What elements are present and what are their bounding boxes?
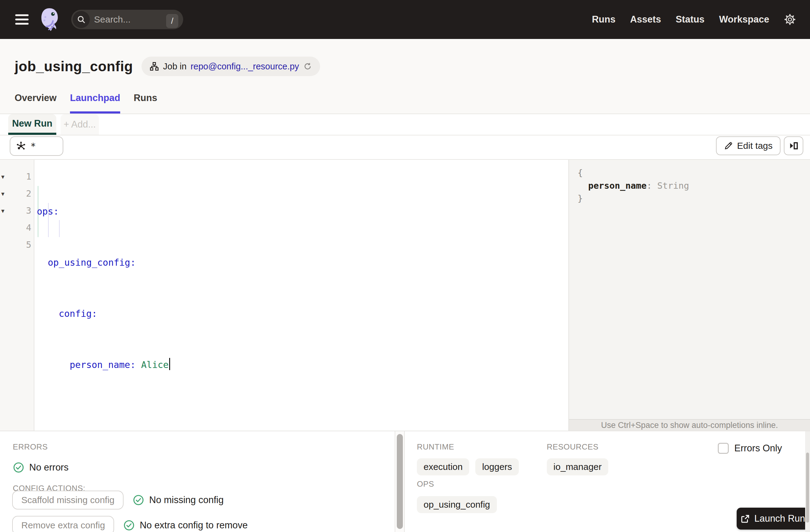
nav-link-workspace[interactable]: Workspace [719, 14, 769, 25]
line-number: 5 [26, 240, 31, 250]
line-number: 2 [26, 188, 31, 199]
navbar-links: Runs Assets Status Workspace [592, 13, 810, 26]
resources-label: RESOURCES [547, 442, 608, 452]
line-number: 3 [26, 206, 31, 216]
bottom-pane: ERRORS No errors CONFIG ACTIONS: Scaffol… [0, 431, 810, 532]
context-scrollbar[interactable] [805, 431, 810, 532]
launch-run-label: Launch Run [754, 513, 805, 524]
page-header: job_using_config Job in repo@config..._r… [0, 39, 810, 114]
runtime-group: RUNTIME execution loggers [417, 442, 519, 475]
runtime-pill-execution[interactable]: execution [417, 458, 469, 475]
check-circle-icon [13, 462, 25, 473]
runtime-label: RUNTIME [417, 442, 519, 452]
code-line[interactable]: person_name: Alice [37, 356, 170, 373]
launch-run-button[interactable]: Launch Run [737, 507, 809, 530]
search-shortcut-badge: / [166, 14, 178, 28]
errors-only-checkbox[interactable] [718, 443, 729, 454]
code-line[interactable]: config: [37, 305, 170, 322]
autocomplete-hint: Use Ctrl+Space to show auto-completions … [601, 421, 778, 430]
ops-group: OPS op_using_config [417, 479, 497, 513]
line-number: 4 [26, 223, 31, 233]
resources-group: RESOURCES io_manager [547, 442, 608, 475]
resource-pill-io-manager[interactable]: io_manager [547, 458, 608, 475]
errors-only-label: Errors Only [734, 443, 782, 454]
config-action-row: Scaffold missing config No missing confi… [12, 490, 224, 510]
code-line[interactable] [37, 407, 170, 424]
errors-section: ERRORS No errors CONFIG ACTIONS: Scaffol… [0, 431, 395, 532]
tab-runs[interactable]: Runs [133, 93, 157, 114]
nav-link-status[interactable]: Status [676, 14, 704, 25]
add-config-tab-button[interactable]: + Add... [61, 114, 99, 135]
expand-panel-button[interactable] [784, 136, 803, 155]
check-circle-icon [123, 519, 135, 531]
launch-icon [741, 514, 750, 523]
runtime-pill-loggers[interactable]: loggers [475, 458, 518, 475]
op-selector-value: * [30, 141, 36, 151]
op-pill-op-using-config[interactable]: op_using_config [417, 496, 497, 513]
config-action-row: Remove extra config No extra config to r… [12, 516, 248, 532]
editor-gutter: ▾ 1 ▾ 2 ▾ 3 4 5 [0, 160, 34, 431]
errors-scrollbar[interactable] [395, 431, 405, 532]
launchpad-toolbar: * Edit tags [0, 136, 810, 160]
no-extra-config-status: No extra config to remove [123, 519, 248, 531]
yaml-code[interactable]: ops: op_using_config: config: person_nam… [37, 169, 170, 459]
dagster-launchpad-page: / Runs Assets Status Workspace job_using… [0, 0, 810, 532]
nav-link-runs[interactable]: Runs [592, 14, 616, 25]
config-tab-new-run[interactable]: New Run [8, 114, 56, 135]
repo-link[interactable]: repo@config..._resource.py [191, 62, 299, 71]
scaffold-missing-config-button[interactable]: Scaffold missing config [12, 490, 124, 510]
config-editor[interactable]: ▾ 1 ▾ 2 ▾ 3 4 5 ops: op_using_config: [0, 160, 568, 431]
page-title: job_using_config [15, 58, 133, 75]
dagster-logo [37, 7, 61, 32]
fold-arrow-icon[interactable]: ▾ [1, 190, 4, 197]
remove-extra-config-button[interactable]: Remove extra config [12, 516, 114, 532]
gear-icon[interactable] [784, 13, 796, 26]
edit-tags-button[interactable]: Edit tags [716, 136, 780, 155]
global-search[interactable]: / [71, 10, 183, 29]
line-number: 1 [26, 171, 31, 182]
op-selector-input[interactable]: * [10, 136, 63, 156]
autocomplete-hint-band: Use Ctrl+Space to show auto-completions … [569, 419, 810, 431]
job-graph-icon [149, 62, 159, 71]
config-schema-panel: { person_name: String } Use Ctrl+Space t… [568, 160, 810, 431]
code-line[interactable]: op_using_config: [37, 254, 170, 271]
scrollbar-thumb[interactable] [806, 453, 809, 522]
fold-arrow-icon[interactable]: ▾ [1, 207, 4, 214]
errors-only-toggle[interactable]: Errors Only [718, 443, 782, 454]
run-context-section: RUNTIME execution loggers RESOURCES io_m… [405, 431, 810, 532]
code-line[interactable]: ops: [37, 203, 170, 220]
schema-text: { person_name: String } [578, 166, 689, 205]
ops-label: OPS [417, 479, 497, 489]
no-missing-config-status: No missing config [133, 494, 224, 506]
no-errors-status: No errors [13, 462, 68, 473]
nav-link-assets[interactable]: Assets [630, 14, 661, 25]
tab-launchpad[interactable]: Launchpad [70, 93, 120, 114]
job-location-badge: Job in repo@config..._resource.py [142, 57, 320, 76]
search-input[interactable] [94, 14, 155, 25]
launchpad-config-tabs: New Run + Add... [0, 114, 810, 135]
job-badge-prefix: Job in [163, 62, 187, 71]
pencil-icon [724, 141, 733, 150]
tab-overview[interactable]: Overview [15, 93, 56, 114]
top-navbar: / Runs Assets Status Workspace [0, 0, 810, 39]
play-panel-icon [789, 141, 799, 151]
edit-tags-label: Edit tags [737, 141, 773, 151]
op-graph-icon [15, 140, 27, 152]
text-cursor [169, 358, 170, 370]
page-tabs: Overview Launchpad Runs [15, 93, 157, 114]
check-circle-icon [133, 494, 144, 506]
hamburger-menu-icon[interactable] [15, 14, 29, 25]
scrollbar-thumb[interactable] [397, 434, 403, 529]
fold-arrow-icon[interactable]: ▾ [1, 173, 4, 180]
errors-label: ERRORS [13, 442, 48, 452]
search-icon [73, 11, 90, 28]
reload-icon[interactable] [303, 62, 312, 71]
